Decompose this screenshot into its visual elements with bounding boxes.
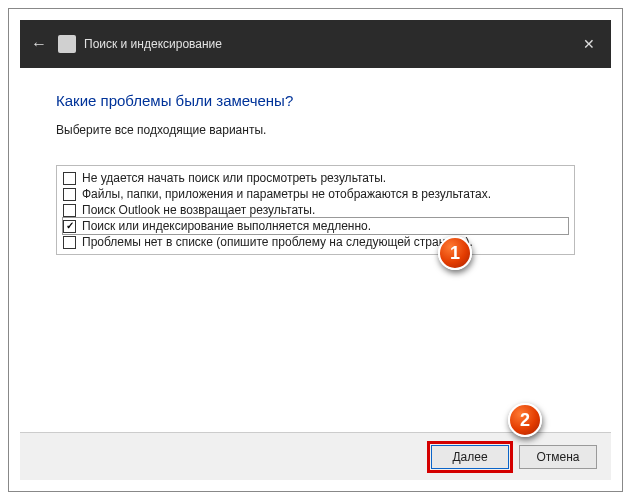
checkbox[interactable] <box>63 172 76 185</box>
close-icon[interactable]: ✕ <box>567 20 611 68</box>
options-list: Не удается начать поиск или просмотреть … <box>56 165 575 255</box>
option-row[interactable]: Не удается начать поиск или просмотреть … <box>63 170 568 186</box>
option-label: Не удается начать поиск или просмотреть … <box>82 171 386 185</box>
option-row[interactable]: Поиск Outlook не возвращает результаты. <box>63 202 568 218</box>
next-button[interactable]: Далее <box>431 445 509 469</box>
annotation-marker-1: 1 <box>438 236 472 270</box>
checkbox[interactable] <box>63 220 76 233</box>
cancel-button[interactable]: Отмена <box>519 445 597 469</box>
option-row-selected[interactable]: Поиск или индексирование выполняется мед… <box>62 217 569 235</box>
checkbox[interactable] <box>63 204 76 217</box>
checkbox[interactable] <box>63 236 76 249</box>
checkbox[interactable] <box>63 188 76 201</box>
option-row[interactable]: Проблемы нет в списке (опишите проблему … <box>63 234 568 250</box>
option-row[interactable]: Файлы, папки, приложения и параметры не … <box>63 186 568 202</box>
titlebar: ← Поиск и индексирование ✕ <box>20 20 611 68</box>
app-icon <box>58 35 76 53</box>
option-label: Проблемы нет в списке (опишите проблему … <box>82 235 473 249</box>
content-area: Какие проблемы были замечены? Выберите в… <box>20 68 611 432</box>
annotation-marker-2: 2 <box>508 403 542 437</box>
footer: Далее Отмена <box>20 432 611 480</box>
page-subtext: Выберите все подходящие варианты. <box>56 123 575 137</box>
page-heading: Какие проблемы были замечены? <box>56 92 575 109</box>
option-label: Поиск или индексирование выполняется мед… <box>82 219 371 233</box>
window-title: Поиск и индексирование <box>84 37 567 51</box>
option-label: Поиск Outlook не возвращает результаты. <box>82 203 315 217</box>
back-arrow-icon[interactable]: ← <box>20 35 58 53</box>
option-label: Файлы, папки, приложения и параметры не … <box>82 187 491 201</box>
